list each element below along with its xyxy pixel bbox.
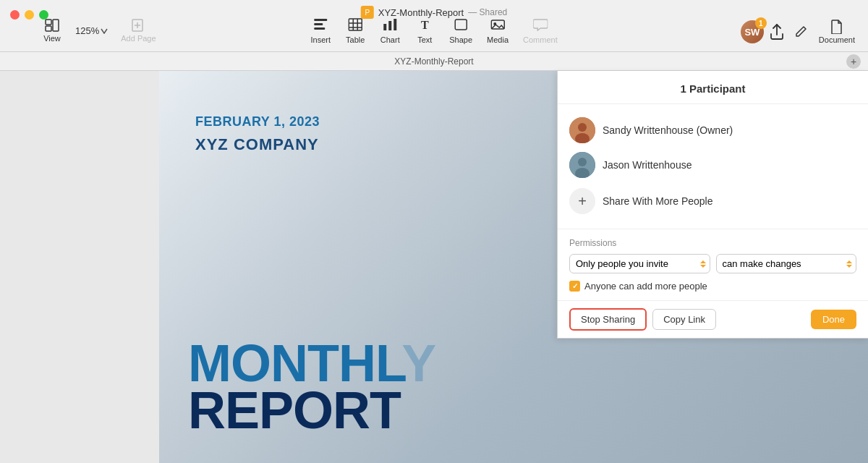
comment-button[interactable]: Comment — [517, 15, 563, 47]
who-select-wrapper: Only people you invite Anyone with the l… — [569, 254, 710, 273]
table-icon — [348, 18, 362, 33]
chart-label: Chart — [380, 35, 400, 44]
text-icon: T — [417, 18, 432, 33]
table-label: Table — [346, 35, 365, 44]
svg-rect-15 — [46, 20, 51, 25]
permissions-section: Permissions Only people you invite Anyon… — [558, 229, 868, 301]
insert-icon — [313, 18, 328, 33]
chart-button[interactable]: Chart — [374, 15, 406, 47]
svg-text:T: T — [421, 19, 429, 31]
insert-label: Insert — [311, 35, 331, 44]
svg-rect-0 — [314, 19, 327, 21]
list-item: Sandy Writtenhouse (Owner) — [569, 113, 856, 148]
doc-company: XYZ COMPANY — [195, 135, 320, 154]
left-tools: View 125% Add Page — [36, 16, 162, 46]
doc-headline: MONTHLY REPORT — [188, 340, 435, 434]
text-label: Text — [417, 35, 432, 44]
participants-button[interactable]: SW 1 — [741, 20, 764, 43]
what-select[interactable]: can make changes can view only — [716, 254, 857, 273]
doc-text-block: FEBRUARY 1, 2023 XYZ COMPANY — [195, 114, 320, 166]
actions-section: Stop Sharing Copy Link Done — [558, 301, 868, 338]
sidebar-left — [0, 71, 159, 463]
svg-rect-2 — [314, 27, 325, 30]
participant-badge: 1 — [755, 17, 767, 29]
comment-label: Comment — [523, 35, 558, 44]
svg-point-25 — [578, 158, 587, 166]
view-label: View — [43, 34, 61, 43]
jason-name: Jason Writtenhouse — [603, 159, 692, 171]
stop-sharing-button[interactable]: Stop Sharing — [569, 308, 647, 331]
shape-label: Shape — [449, 35, 472, 44]
what-select-wrapper: can make changes can view only — [716, 254, 857, 273]
share-more-icon: + — [569, 188, 595, 214]
anyone-add-row: Anyone can add more people — [569, 281, 856, 292]
svg-rect-10 — [393, 19, 396, 30]
svg-rect-9 — [388, 21, 391, 30]
main-area: FEBRUARY 1, 2023 XYZ COMPANY MONTHLY REP… — [0, 71, 868, 463]
text-button[interactable]: T Text — [409, 15, 441, 47]
who-select[interactable]: Only people you invite Anyone with the l… — [569, 254, 710, 273]
doc-monthly: MONTHLY — [188, 340, 435, 387]
share-panel: 1 Participant Sandy Writtenhouse (Owner) — [557, 71, 868, 339]
sandy-avatar — [569, 117, 595, 143]
share-more-label: Share With More People — [603, 195, 713, 207]
zoom-value: 125% — [75, 25, 99, 36]
table-button[interactable]: Table — [339, 15, 371, 47]
add-tab-button[interactable]: + — [846, 54, 861, 69]
share-button[interactable] — [767, 22, 787, 42]
copy-link-button[interactable]: Copy Link — [652, 309, 716, 330]
svg-rect-1 — [314, 23, 323, 25]
list-item: Jason Writtenhouse — [569, 148, 856, 182]
insert-button[interactable]: Insert — [305, 15, 336, 47]
svg-rect-17 — [53, 20, 59, 31]
jason-avatar — [569, 152, 595, 178]
view-button[interactable]: View — [36, 16, 68, 46]
anyone-add-label: Anyone can add more people — [584, 281, 707, 292]
svg-rect-8 — [383, 24, 386, 30]
svg-rect-16 — [46, 26, 51, 31]
tab-bar: XYZ-Monthly-Report + — [0, 52, 868, 71]
minimize-button[interactable] — [25, 10, 34, 20]
add-page-button[interactable]: Add Page — [115, 16, 161, 46]
share-header: 1 Participant — [558, 71, 868, 104]
chart-icon — [383, 18, 397, 33]
main-toolbar: Insert Table Chart T Text Shape — [305, 15, 563, 47]
anyone-add-checkbox[interactable] — [569, 281, 580, 292]
svg-point-22 — [578, 123, 587, 132]
sandy-name: Sandy Writtenhouse (Owner) — [603, 124, 733, 136]
doc-date: FEBRUARY 1, 2023 — [195, 114, 320, 129]
shape-icon — [454, 18, 468, 33]
media-icon — [490, 18, 505, 33]
svg-rect-12 — [455, 20, 467, 30]
zoom-button[interactable]: 125% — [69, 22, 114, 39]
participants-list: Sandy Writtenhouse (Owner) Jason Written… — [558, 104, 868, 229]
annotate-button[interactable] — [790, 24, 812, 40]
add-page-label: Add Page — [121, 34, 156, 43]
close-button[interactable] — [10, 10, 20, 20]
done-button[interactable]: Done — [811, 310, 856, 329]
svg-rect-3 — [349, 19, 362, 30]
tab-title: XYZ-Monthly-Report — [394, 56, 473, 67]
participants-count: 1 Participant — [572, 82, 854, 95]
document-label: Document — [819, 35, 855, 44]
media-label: Media — [487, 35, 509, 44]
permissions-controls: Only people you invite Anyone with the l… — [569, 254, 856, 273]
toolbar-right: SW 1 Document — [741, 18, 859, 46]
doc-report: REPORT — [188, 387, 435, 434]
document-button[interactable]: Document — [814, 18, 859, 46]
media-button[interactable]: Media — [481, 15, 514, 47]
comment-icon — [533, 18, 548, 33]
title-bar: P XYZ-Monthly-Report — Shared Insert Tab… — [0, 0, 868, 52]
permissions-label: Permissions — [569, 238, 856, 248]
shape-button[interactable]: Shape — [443, 15, 478, 47]
share-more-button[interactable]: + Share With More People — [569, 182, 856, 220]
